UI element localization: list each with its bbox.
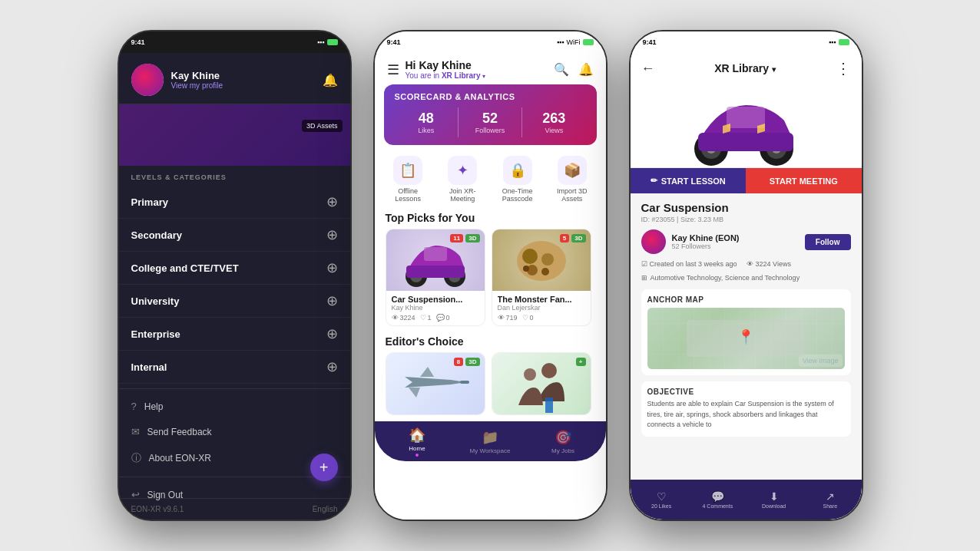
expand-icon: ⊕ (326, 259, 338, 276)
detail-tags: ⊞ Automotive Technology, Science and Tec… (641, 274, 851, 282)
card-author-2: Dan Lejerskar (498, 304, 585, 312)
avatar[interactable] (131, 64, 164, 96)
nav-workspace[interactable]: 📁 My Workspace (454, 429, 527, 454)
jobs-icon: 🎯 (555, 429, 571, 446)
follow-button[interactable]: Follow (805, 234, 851, 250)
menu-item-internal[interactable]: Internal ⊕ (119, 351, 350, 384)
download-button[interactable]: ⬇ Download (746, 490, 802, 509)
objective-section: OBJECTIVE Students are able to explain C… (641, 381, 851, 437)
likes-button[interactable]: ♡ 20 Likes (634, 490, 690, 509)
quick-actions: 📋 Offline Lessons ✦ Join XR-Meeting 🔒 On… (375, 151, 606, 209)
menu-item-enterprise[interactable]: Enterprise ⊕ (119, 318, 350, 351)
detail-screen: ← XR Library ▾ ⋮ (631, 53, 862, 520)
menu-header: Kay Khine View my profile 🔔 (119, 53, 350, 104)
svg-rect-5 (424, 247, 447, 261)
badge-3d-1: 3D (465, 234, 479, 243)
scorecard: SCORECARD & ANALYTICS 48 Likes 52 Follow… (384, 84, 597, 145)
badge-3d-4: + (576, 358, 586, 366)
action-passcode[interactable]: 🔒 One-Time Passcode (496, 156, 538, 203)
meeting-icon: ✦ (448, 156, 477, 185)
detail-image-area (631, 84, 862, 168)
start-lesson-button[interactable]: ✏ START LESSON (631, 168, 747, 193)
card-monster-fan[interactable]: 5 3D The Monster Fan... Dan Lejerskar 👁 … (492, 229, 591, 326)
map-pin: 📍 (737, 328, 754, 345)
svg-point-13 (541, 363, 557, 378)
workspace-icon: 📁 (482, 429, 498, 446)
comments-button[interactable]: 💬 4 Comments (690, 490, 746, 509)
badge-3d-2: 3D (571, 234, 585, 243)
hamburger-icon[interactable]: ☰ (387, 61, 399, 78)
bell-icon[interactable]: 🔔 (323, 73, 338, 87)
views-stat: 👁 3224 Views (747, 260, 791, 268)
bell-icon-2[interactable]: 🔔 (578, 62, 594, 77)
card-likes-1: ♡ 1 (420, 314, 432, 322)
objective-title: OBJECTIVE (647, 388, 845, 396)
svg-rect-4 (406, 266, 465, 278)
expand-icon: ⊕ (326, 325, 338, 342)
card-thumb-people: + (492, 353, 591, 414)
top-picks-cards: 11 3D Car Suspension... Kay Khine 👁 3224… (375, 229, 606, 332)
card-views-2: 👁 719 (498, 314, 518, 322)
greeting-title: Hi Kay Khine (406, 59, 554, 71)
more-options-button[interactable]: ⋮ (836, 59, 851, 78)
svg-rect-22 (698, 133, 793, 151)
share-button[interactable]: ↗ Share (802, 490, 858, 509)
svg-point-7 (522, 249, 538, 264)
objective-text: Students are able to explain Car Suspens… (647, 399, 845, 431)
stat-likes: 48 Likes (395, 107, 459, 137)
card-plane[interactable]: 8 3D (386, 352, 485, 415)
scene: 9:41 ▪▪▪ Kay Khine View my profile 🔔 (0, 0, 980, 551)
start-meeting-button[interactable]: START MEETING (746, 168, 862, 193)
created-stat: ☑ Created on last 3 weeks ago (641, 260, 737, 268)
home-screen: ☰ Hi Kay Khine You are in XR Library ▾ 🔍… (375, 53, 606, 520)
bottom-nav-home: 🏠 Home 📁 My Workspace 🎯 My Jobs (375, 421, 606, 461)
card-comments-1: 💬 0 (436, 314, 450, 322)
back-button[interactable]: ← (641, 61, 655, 77)
detail-header: ← XR Library ▾ ⋮ (631, 53, 862, 84)
expand-icon: ⊕ (326, 226, 338, 243)
action-import[interactable]: 📦 Import 3D Assets (551, 156, 593, 203)
nav-home[interactable]: 🏠 Home (381, 427, 454, 457)
pencil-icon: ✏ (651, 176, 657, 186)
calendar-icon: ☑ (641, 260, 647, 268)
svg-rect-15 (545, 398, 553, 413)
action-meeting[interactable]: ✦ Join XR-Meeting (442, 156, 484, 203)
nav-jobs[interactable]: 🎯 My Jobs (527, 429, 600, 454)
badge-count-3: 8 (454, 358, 463, 366)
menu-item-secondary[interactable]: Secondary ⊕ (119, 219, 350, 252)
search-icon[interactable]: 🔍 (554, 62, 569, 77)
card-thumb-plane: 8 3D (386, 353, 485, 414)
fab-add-button[interactable]: + (310, 454, 338, 481)
badge-3d-3: 3D (465, 358, 479, 366)
menu-item-university[interactable]: University ⊕ (119, 285, 350, 318)
home-icon: 🏠 (409, 427, 425, 444)
phone-detail: 9:41 ▪▪▪ ← XR Library ▾ ⋮ (629, 30, 863, 521)
card-thumb-monster: 5 3D (492, 229, 591, 291)
card-people[interactable]: + (492, 352, 591, 415)
card-views-1: 👁 3224 (392, 314, 416, 322)
bottom-nav-detail: ♡ 20 Likes 💬 4 Comments ⬇ Download ↗ Sha… (631, 480, 862, 520)
action-offline[interactable]: 📋 Offline Lessons (387, 156, 429, 203)
card-car-suspension[interactable]: 11 3D Car Suspension... Kay Khine 👁 3224… (386, 229, 485, 326)
author-row: Kay Khine (EON) 52 Followers Follow (641, 229, 851, 254)
badge-count-2: 5 (560, 234, 569, 243)
battery-icon-2 (583, 39, 594, 45)
help-item[interactable]: ? Help (119, 394, 350, 419)
author-name: Kay Khine (EON) (672, 233, 799, 243)
offline-icon: 📋 (393, 156, 422, 185)
status-time-1: 9:41 (131, 38, 145, 46)
profile-link[interactable]: View my profile (171, 81, 223, 90)
3d-badge: 3D Assets (302, 120, 343, 132)
share-icon: ↗ (826, 490, 835, 503)
menu-item-college[interactable]: College and CTE/TVET ⊕ (119, 252, 350, 285)
signal-icon: ▪▪▪ (317, 38, 325, 46)
import-icon: 📦 (558, 156, 587, 185)
asset-title: Car Suspension (641, 201, 851, 214)
menu-item-primary[interactable]: Primary ⊕ (119, 186, 350, 219)
likes-icon: ♡ (657, 490, 667, 503)
menu-bg-area: 3D Assets (119, 104, 350, 166)
card-thumb-car: 11 3D (386, 229, 485, 291)
svg-point-11 (523, 266, 529, 272)
expand-icon: ⊕ (326, 193, 338, 210)
feedback-item[interactable]: ✉ Send Feedback (119, 419, 350, 444)
